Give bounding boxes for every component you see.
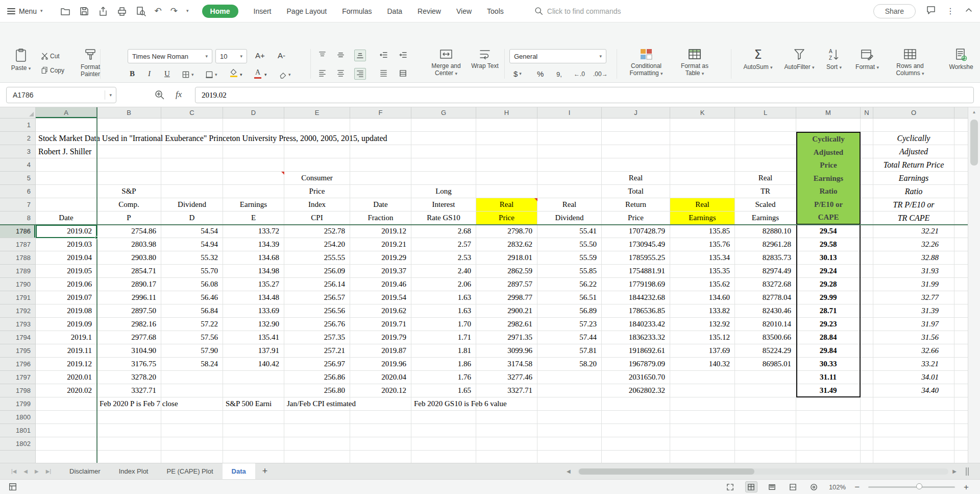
cell-O7[interactable]: TR P/E10 or: [873, 198, 954, 211]
cell-D1786[interactable]: 133.72: [223, 225, 284, 238]
cell-J1788[interactable]: 1785955.25: [602, 251, 670, 265]
cell-F1798[interactable]: 2020.12: [350, 384, 411, 397]
cell-H1789[interactable]: 2862.59: [476, 265, 537, 278]
share-button[interactable]: Share: [873, 4, 916, 18]
cell-N1795[interactable]: [861, 344, 873, 358]
cell-E1793[interactable]: 256.76: [284, 318, 350, 331]
row-header-1786[interactable]: 1786: [0, 225, 36, 238]
cell-D1787[interactable]: 134.39: [223, 238, 284, 251]
borders-button[interactable]: ▾: [182, 70, 194, 79]
cell-D1789[interactable]: 134.98: [223, 265, 284, 278]
row-header-1797[interactable]: 1797: [0, 371, 36, 384]
cell-A1794[interactable]: 2019.1: [36, 331, 97, 344]
align-middle-button[interactable]: [337, 51, 345, 59]
cell-L1788[interactable]: 82835.73: [735, 251, 796, 265]
cell-A1796[interactable]: 2019.12: [36, 358, 97, 371]
cell-E1798[interactable]: 256.80: [284, 384, 350, 397]
sheet-tab-data[interactable]: Data: [223, 463, 255, 479]
cell-I1798[interactable]: [537, 384, 602, 397]
cell-O1797[interactable]: 34.01: [873, 371, 954, 384]
cell-B1794[interactable]: 2977.68: [97, 331, 161, 344]
cell-G1788[interactable]: 2.53: [411, 251, 476, 265]
row-header-1795[interactable]: 1795: [0, 344, 36, 358]
cell-J1802[interactable]: [602, 437, 670, 451]
cell-F1787[interactable]: 2019.21: [350, 238, 411, 251]
row-header-1793[interactable]: 1793: [0, 318, 36, 331]
column-header-H[interactable]: H: [476, 107, 537, 119]
cell-E1[interactable]: [284, 119, 350, 132]
cell-A1791[interactable]: 2019.07: [36, 291, 97, 304]
cell-M1789[interactable]: 29.24: [796, 265, 861, 278]
cell-D1797[interactable]: [223, 371, 284, 384]
row-header-1801[interactable]: 1801: [0, 424, 36, 437]
cell-G2[interactable]: [411, 132, 476, 145]
cell-I1794[interactable]: 57.44: [537, 331, 602, 344]
cell-J1796[interactable]: 1967879.09: [602, 358, 670, 371]
cell-A1800[interactable]: [36, 411, 97, 424]
cell-N1793[interactable]: [861, 318, 873, 331]
cell-E1799[interactable]: Jan/Feb CPI estimated: [284, 397, 350, 411]
cell-F1793[interactable]: 2019.71: [350, 318, 411, 331]
cell-H1[interactable]: [476, 119, 537, 132]
number-format-select[interactable]: General▾: [509, 49, 606, 63]
cell-B1786[interactable]: 2754.86: [97, 225, 161, 238]
cell-K8[interactable]: Earnings: [670, 211, 735, 225]
scroll-left-icon[interactable]: ◀: [567, 468, 571, 474]
menu-tab-home[interactable]: Home: [202, 5, 238, 18]
print-button[interactable]: [117, 6, 127, 16]
cell-K1796[interactable]: 140.32: [670, 358, 735, 371]
cell-J1799[interactable]: [602, 397, 670, 411]
cell-B3[interactable]: [97, 145, 161, 158]
cell-K1799[interactable]: [670, 397, 735, 411]
cell-N8[interactable]: [861, 211, 873, 225]
fill-handle[interactable]: [95, 236, 98, 239]
more-options-button[interactable]: ⋮: [946, 6, 954, 16]
align-right-button[interactable]: [354, 68, 366, 80]
column-header-K[interactable]: K: [670, 107, 735, 119]
cell-L1794[interactable]: 83500.66: [735, 331, 796, 344]
cell-M1796[interactable]: 30.33: [796, 358, 861, 371]
cell-M2[interactable]: [796, 132, 861, 145]
font-size-select[interactable]: 10▾: [215, 49, 247, 63]
cell-partial[interactable]: [537, 451, 602, 463]
distribute-button[interactable]: [399, 69, 407, 77]
cell-H1794[interactable]: 2971.35: [476, 331, 537, 344]
cell-B1798[interactable]: 3327.71: [97, 384, 161, 397]
cell-F1797[interactable]: 2020.04: [350, 371, 411, 384]
cell-L1800[interactable]: [735, 411, 796, 424]
cell-C1793[interactable]: 57.22: [161, 318, 223, 331]
select-all-corner[interactable]: [0, 107, 36, 119]
cell-M1793[interactable]: 29.23: [796, 318, 861, 331]
cell-L1[interactable]: [735, 119, 796, 132]
cell-I7[interactable]: Real: [537, 198, 602, 211]
redo-button[interactable]: ↷: [170, 7, 178, 15]
shrink-font-button[interactable]: A-: [278, 51, 285, 60]
cell-K1802[interactable]: [670, 437, 735, 451]
cell-E8[interactable]: CPI: [284, 211, 350, 225]
row-header-1794[interactable]: 1794: [0, 331, 36, 344]
cell-O1787[interactable]: 32.26: [873, 238, 954, 251]
cell-partial[interactable]: [476, 451, 537, 463]
cell-J1798[interactable]: 2062802.32: [602, 384, 670, 397]
cell-N7[interactable]: [861, 198, 873, 211]
cell-F1802[interactable]: [350, 437, 411, 451]
open-file-button[interactable]: [60, 6, 70, 16]
sort-button[interactable]: AZ Sort ▾: [821, 48, 847, 70]
zoom-level[interactable]: 102%: [829, 483, 846, 491]
cell-I4[interactable]: [537, 158, 602, 172]
cell-A1789[interactable]: 2019.05: [36, 265, 97, 278]
cell-I6[interactable]: [537, 185, 602, 198]
cell-G1[interactable]: [411, 119, 476, 132]
cell-K1788[interactable]: 135.34: [670, 251, 735, 265]
cell-F1801[interactable]: [350, 424, 411, 437]
cell-B1789[interactable]: 2854.71: [97, 265, 161, 278]
cell-C8[interactable]: D: [161, 211, 223, 225]
cell-F1788[interactable]: 2019.29: [350, 251, 411, 265]
cell-C1801[interactable]: [161, 424, 223, 437]
cell-E5[interactable]: Consumer: [284, 172, 350, 185]
cell-K1[interactable]: [670, 119, 735, 132]
cell-L1791[interactable]: 82778.04: [735, 291, 796, 304]
cell-J1787[interactable]: 1730945.49: [602, 238, 670, 251]
cell-N1792[interactable]: [861, 304, 873, 318]
cell-I1789[interactable]: 55.85: [537, 265, 602, 278]
